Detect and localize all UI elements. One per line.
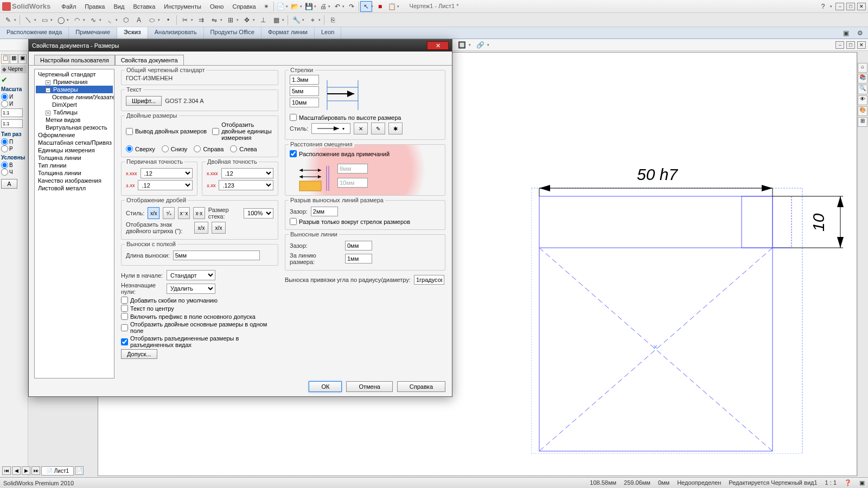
tree-centerlines[interactable]: Осевые линии/Указател [36, 93, 113, 101]
font-button[interactable]: Шрифт... [126, 96, 162, 106]
frac-style-1-icon[interactable]: x/x [148, 207, 159, 219]
tree-line-type[interactable]: Тип линии [36, 162, 113, 169]
close-button[interactable]: ✕ [857, 3, 866, 10]
minimize-button[interactable]: － [835, 3, 844, 10]
sel-trail-zero[interactable]: Удалить [167, 284, 215, 294]
tp-appear-icon[interactable]: 🎨 [858, 106, 867, 116]
tp-home-icon[interactable]: ⌂ [858, 63, 867, 73]
save-icon[interactable]: 💾 [303, 1, 315, 12]
sheet-tab-1[interactable]: 📄 Лист1 [41, 466, 74, 476]
sheet-next-icon[interactable]: ▶ [22, 466, 30, 475]
tree-annotations[interactable]: + Примечания [36, 78, 113, 86]
tree-detailing[interactable]: Оформление [36, 131, 113, 139]
tree-drafting-std[interactable]: Чертежный стандарт [36, 70, 113, 78]
input-arrow-1[interactable] [290, 75, 319, 85]
tree-image-quality[interactable]: Качество изображения [36, 177, 113, 184]
menu-view[interactable]: Вид [110, 3, 129, 10]
zoom-fit-icon[interactable]: 🔲 [456, 40, 468, 50]
pm-ok-icon[interactable]: ✔ [1, 75, 8, 84]
tab-view-layout[interactable]: Расположение вида [0, 27, 69, 38]
sel-dual-prec1[interactable]: .12 [221, 168, 273, 178]
dblprime-style-1-icon[interactable]: x/x [194, 222, 208, 234]
input-radial-snap[interactable] [414, 275, 444, 285]
doc-maximize-button[interactable]: □ [846, 41, 855, 49]
tab-sketch[interactable]: Эскиз [117, 27, 148, 38]
tp-search-icon[interactable]: 🔍 [858, 85, 867, 94]
sel-prim-prec2[interactable]: .12 [138, 180, 193, 190]
frac-style-3-icon[interactable]: x⁻x [178, 207, 190, 219]
doc-minimize-button[interactable]: － [835, 41, 844, 49]
options-icon[interactable]: 📋 [386, 1, 398, 12]
move-icon[interactable]: ✥ [241, 15, 253, 25]
arc-icon[interactable]: ◠ [71, 15, 83, 25]
chk-break-arrows-only[interactable]: Разрыв только вокруг стрелок размеров [290, 218, 441, 225]
select-icon[interactable]: ↖ [360, 1, 372, 12]
pm-thread-radio2[interactable]: Ч [1, 169, 27, 176]
spline-icon[interactable]: ∿ [87, 15, 99, 25]
sheet-last-icon[interactable]: ⏭ [31, 466, 40, 475]
view-link-icon[interactable]: 🔗 [474, 40, 486, 50]
tp-custom-icon[interactable]: ⊞ [858, 117, 867, 127]
help-q-icon[interactable]: ? [817, 1, 829, 12]
pm-thread-radio1[interactable]: В [1, 162, 27, 169]
radio-right[interactable]: Справа [194, 145, 224, 152]
sketch-exit-icon[interactable]: ⎘ [327, 15, 339, 25]
offset-icon[interactable]: ⇉ [195, 15, 207, 25]
cancel-button[interactable]: Отмена [346, 381, 392, 392]
chk-show-dual[interactable]: Вывод двойных размеров [126, 121, 207, 141]
pm-scale-radio2[interactable]: И [1, 100, 27, 107]
radio-left[interactable]: Слева [230, 145, 257, 152]
input-arrow-3[interactable] [290, 98, 319, 107]
point-icon[interactable]: • [162, 15, 174, 25]
sel-lead-zero[interactable]: Стандарт [167, 270, 215, 280]
tree-tables[interactable]: + Таблицы [36, 108, 113, 116]
tab-user-settings[interactable]: Настройки пользователя [34, 55, 115, 65]
menu-tools[interactable]: Инструменты [159, 3, 206, 10]
quick-snap-icon[interactable]: ⌖ [307, 15, 318, 25]
ellipse-icon[interactable]: ⬭ [146, 15, 158, 25]
mirror-icon[interactable]: ⇋ [208, 15, 220, 25]
input-ext-gap[interactable] [345, 241, 372, 251]
sel-prim-prec1[interactable]: .12 [141, 168, 193, 178]
help-icon[interactable]: ✴ [260, 1, 272, 12]
tolerance-button[interactable]: Допуск... [121, 349, 157, 359]
dialog-close-button[interactable]: ✕ [427, 41, 449, 50]
menu-help[interactable]: Справка [228, 3, 260, 10]
chk-prefix-tol[interactable]: Включить префикс в поле основного допуск… [121, 313, 278, 320]
tab-doc-properties[interactable]: Свойства документа [115, 55, 184, 65]
pm-scale-value1[interactable] [1, 108, 23, 117]
tab-evaluate[interactable]: Анализировать [148, 27, 204, 38]
pm-type-radio2[interactable]: Р [1, 145, 27, 152]
sketch-tool-icon[interactable]: ✎ [2, 15, 14, 25]
status-opts-icon[interactable]: ▣ [859, 479, 865, 486]
radio-bottom[interactable]: Снизу [162, 145, 188, 152]
tree-grid-snap[interactable]: Масштабная сетка/Привяз [36, 139, 113, 146]
input-bent-length[interactable] [173, 251, 260, 260]
ribbon-options-icon[interactable]: ⚙ [854, 28, 866, 38]
tree-sheet-metal[interactable]: Листовой металл [36, 184, 113, 192]
frac-style-2-icon[interactable]: ˣ⁄ₓ [163, 207, 175, 219]
pm-edit-text-button[interactable]: A [1, 179, 17, 189]
sheet-prev-icon[interactable]: ◀ [12, 466, 21, 475]
fillet-icon[interactable]: ◟ [104, 15, 116, 25]
new-doc-icon[interactable]: 📄 [275, 1, 287, 12]
pattern-icon[interactable]: ⊞ [225, 15, 237, 25]
category-tree[interactable]: Чертежный стандарт + Примечания − Размер… [34, 69, 114, 378]
chk-scale-arrow[interactable]: Масштабировать по высоте размера [290, 114, 441, 121]
tp-view-icon[interactable]: 👁 [858, 95, 867, 105]
rect-icon[interactable]: ▭ [39, 15, 50, 25]
tree-dimensions[interactable]: − Размеры [36, 86, 113, 93]
menu-file[interactable]: Файл [57, 3, 80, 10]
help-button[interactable]: Справка [397, 381, 445, 392]
tree-dimxpert[interactable]: DimXpert [36, 101, 113, 108]
repair-icon[interactable]: 🔧 [290, 15, 302, 25]
chk-dual-units[interactable]: Отобразить двойные единицы измерения [212, 121, 273, 141]
input-break-gap[interactable] [311, 207, 338, 216]
maximize-button[interactable]: □ [846, 3, 855, 10]
chk-center-text[interactable]: Текст по центру [121, 305, 278, 312]
dblprime-style-2-icon[interactable]: x/x [212, 222, 226, 234]
input-arrow-2[interactable] [290, 86, 319, 96]
input-ext-beyond[interactable] [345, 254, 372, 264]
tree-view-labels[interactable]: Метки видов [36, 116, 113, 124]
chk-annotation-layout[interactable]: Расположение вида примечаний [290, 150, 441, 157]
